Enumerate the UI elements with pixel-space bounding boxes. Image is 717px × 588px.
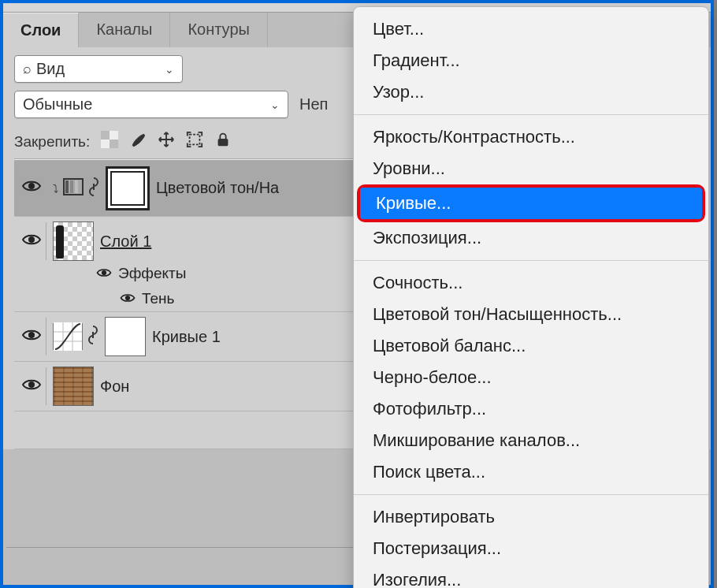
menu-item-exposure[interactable]: Экспозиция... bbox=[354, 222, 708, 254]
filter-view-label: Вид bbox=[36, 60, 65, 78]
menu-separator bbox=[354, 494, 708, 495]
lock-transparency-icon[interactable] bbox=[101, 131, 118, 152]
menu-item-color-lookup[interactable]: Поиск цвета... bbox=[354, 456, 708, 488]
blend-mode-dropdown[interactable]: Обычные ⌄ bbox=[14, 91, 288, 118]
svg-point-14 bbox=[28, 236, 35, 243]
menu-item-channel-mixer[interactable]: Микширование каналов... bbox=[354, 425, 708, 456]
menu-item-pattern[interactable]: Узор... bbox=[354, 76, 708, 108]
menu-item-hue-saturation[interactable]: Цветовой тон/Насыщенность... bbox=[354, 299, 708, 330]
menu-item-threshold[interactable]: Изогелия... bbox=[354, 564, 708, 588]
svg-rect-11 bbox=[65, 180, 69, 193]
curves-adjustment-icon bbox=[53, 323, 83, 350]
menu-item-color[interactable]: Цвет... bbox=[354, 13, 708, 45]
layer-mask-thumbnail[interactable] bbox=[105, 317, 146, 356]
chevron-down-icon: ⌄ bbox=[157, 63, 174, 76]
visibility-toggle[interactable] bbox=[17, 179, 46, 197]
tab-layers[interactable]: Слои bbox=[3, 13, 79, 47]
tab-channels[interactable]: Каналы bbox=[79, 13, 170, 47]
svg-rect-4 bbox=[110, 140, 118, 148]
lock-artboard-icon[interactable] bbox=[186, 131, 203, 152]
tab-paths[interactable]: Контуры bbox=[170, 13, 267, 47]
menu-item-black-white[interactable]: Черно-белое... bbox=[354, 362, 708, 393]
opacity-label-partial: Неп bbox=[299, 95, 328, 114]
svg-rect-7 bbox=[190, 135, 200, 145]
svg-point-9 bbox=[28, 183, 35, 189]
lock-position-icon[interactable] bbox=[158, 131, 175, 152]
visibility-toggle[interactable] bbox=[120, 291, 136, 307]
svg-rect-13 bbox=[75, 180, 78, 193]
visibility-toggle[interactable] bbox=[17, 378, 46, 396]
menu-item-invert[interactable]: Инвертировать bbox=[354, 501, 708, 533]
lock-label: Закрепить: bbox=[14, 133, 90, 151]
visibility-toggle[interactable] bbox=[17, 233, 46, 251]
link-mask-icon[interactable] bbox=[87, 325, 98, 348]
chevron-down-icon: ⌄ bbox=[262, 99, 280, 111]
layer-mask-thumbnail[interactable] bbox=[106, 166, 150, 210]
svg-rect-12 bbox=[70, 180, 73, 193]
search-icon: ⌕ bbox=[23, 61, 32, 77]
svg-point-17 bbox=[28, 332, 35, 338]
link-mask-icon[interactable] bbox=[88, 177, 99, 200]
svg-point-16 bbox=[125, 295, 130, 300]
menu-item-levels[interactable]: Уровни... bbox=[354, 153, 708, 184]
menu-item-curves[interactable]: Кривые... bbox=[360, 188, 702, 219]
menu-item-photo-filter[interactable]: Фотофильтр... bbox=[354, 393, 708, 425]
menu-item-brightness-contrast[interactable]: Яркость/Контрастность... bbox=[354, 121, 708, 153]
layer-thumbnail[interactable] bbox=[53, 367, 94, 406]
hue-sat-adjustment-icon bbox=[63, 178, 84, 199]
menu-item-vibrance[interactable]: Сочность... bbox=[354, 267, 708, 299]
svg-rect-3 bbox=[101, 131, 110, 140]
menu-item-color-balance[interactable]: Цветовой баланс... bbox=[354, 330, 708, 362]
menu-separator bbox=[354, 114, 708, 115]
filter-view-dropdown[interactable]: ⌕ Вид ⌄ bbox=[14, 55, 183, 83]
svg-rect-6 bbox=[101, 140, 110, 148]
svg-rect-5 bbox=[110, 131, 118, 140]
adjustment-layer-menu: Цвет... Градиент... Узор... Яркость/Конт… bbox=[353, 6, 709, 588]
layer-name: Фон bbox=[100, 378, 129, 396]
svg-rect-8 bbox=[218, 139, 228, 146]
visibility-toggle[interactable] bbox=[96, 266, 112, 282]
svg-point-15 bbox=[102, 270, 106, 274]
lock-brush-icon[interactable] bbox=[129, 131, 147, 152]
menu-item-posterize[interactable]: Постеризация... bbox=[354, 533, 708, 564]
menu-item-gradient[interactable]: Градиент... bbox=[354, 45, 708, 76]
collapse-indicator-icon: ⤵ bbox=[53, 182, 58, 195]
svg-point-19 bbox=[28, 381, 35, 388]
layer-name[interactable]: Слой 1 bbox=[100, 233, 151, 251]
highlighted-menu-item: Кривые... bbox=[357, 184, 705, 222]
shadow-label: Тень bbox=[142, 290, 175, 307]
visibility-toggle[interactable] bbox=[17, 328, 46, 346]
lock-all-icon[interactable] bbox=[214, 131, 232, 152]
effects-label: Эффекты bbox=[118, 265, 186, 282]
layer-name: Кривые 1 bbox=[152, 328, 221, 346]
layer-name: Цветовой тон/На bbox=[156, 179, 279, 197]
blend-mode-label: Обычные bbox=[23, 95, 92, 114]
layer-thumbnail[interactable] bbox=[53, 221, 94, 261]
menu-separator bbox=[354, 260, 708, 261]
